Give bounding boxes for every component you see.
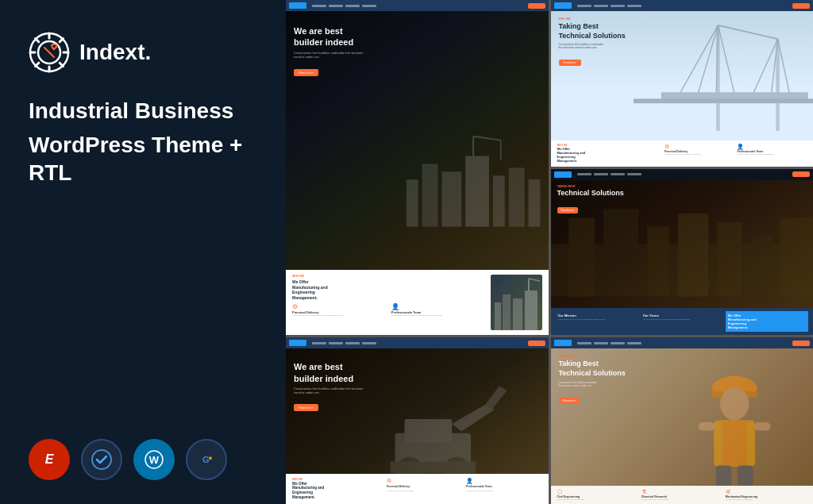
left-panel: Indext. Industrial Business WordPress Th… [0, 0, 286, 504]
svg-rect-22 [509, 167, 525, 226]
sc3-hero: WHO WE Taking BestTechnical Solutions Co… [551, 11, 814, 140]
sc1-nav-btn [528, 3, 545, 9]
screenshot-5: TAKING BEST Taking BestTechnical Solutio… [551, 337, 814, 504]
tagline-line1: Industrial Business [29, 97, 257, 125]
sc4-hero-btn[interactable]: Readmore [557, 207, 578, 214]
sc4-services: Our Mission Lorem ipsum dolor sit amet c… [551, 308, 814, 336]
screenshot-3: WHO WE Taking BestTechnical Solutions Co… [551, 0, 814, 167]
svg-rect-20 [465, 156, 489, 226]
sc2-nav-btn [528, 340, 545, 346]
sc1-hero: We are bestbuilder indeed Construction f… [286, 11, 549, 270]
sc1-nav [286, 0, 549, 11]
svg-line-6 [36, 39, 39, 42]
svg-line-9 [36, 63, 39, 66]
screenshot-4: TAKING BEST Technical Solutions Readmore… [551, 169, 814, 336]
svg-rect-17 [406, 179, 418, 226]
sc3-hero-btn[interactable]: Readmore [559, 60, 581, 66]
sc4-hero: TAKING BEST Technical Solutions Readmore [551, 180, 814, 308]
logo-icon [29, 32, 70, 73]
sc1-hero-subtitle: Construction firm builders undertake the… [294, 51, 541, 59]
sc2-hero-btn[interactable]: Readmore [294, 404, 318, 411]
svg-line-32 [529, 279, 540, 281]
svg-rect-62 [722, 420, 746, 466]
svg-rect-64 [753, 422, 770, 430]
svg-rect-57 [780, 217, 813, 296]
svg-rect-18 [422, 164, 438, 226]
svg-rect-65 [716, 465, 731, 486]
svg-rect-53 [647, 226, 669, 296]
sc3-hero-title: Taking BestTechnical Solutions [559, 22, 806, 40]
svg-rect-56 [752, 235, 771, 296]
svg-rect-30 [525, 290, 538, 330]
sc5-services: ⬡ Civil Engineering Lorem ipsum dolor co… [551, 486, 814, 504]
svg-rect-37 [391, 461, 476, 472]
elementor-icon: E [29, 439, 70, 480]
svg-rect-21 [493, 175, 505, 226]
screenshot-2: We are bestbuilder indeed Construction f… [286, 337, 549, 504]
sc1-services-img [491, 275, 542, 330]
logo-text: Indext. [79, 40, 151, 65]
sc1-services: Who We We OfferManufacturing andEngineer… [286, 270, 549, 335]
wordpress-icon: W [133, 439, 175, 480]
sc5-hero-title: Taking BestTechnical Solutions [559, 360, 806, 378]
sc1-nav-logo [289, 2, 306, 9]
svg-rect-66 [738, 465, 753, 486]
svg-rect-19 [442, 171, 462, 226]
svg-rect-27 [495, 302, 501, 330]
sc1-hero-btn[interactable]: Readmore [294, 69, 318, 76]
svg-rect-29 [513, 298, 522, 330]
svg-rect-55 [717, 222, 742, 297]
screenshots-grid: We are bestbuilder indeed Construction f… [286, 0, 813, 504]
svg-rect-51 [568, 217, 595, 296]
svg-rect-52 [603, 209, 638, 296]
svg-rect-23 [529, 179, 541, 226]
svg-rect-28 [503, 294, 511, 330]
tagline-line2: WordPress Theme + RTL [29, 131, 257, 187]
sc3-nav [551, 0, 814, 11]
sc2-nav [286, 337, 549, 348]
sc5-nav [551, 337, 814, 348]
translate-icon: G [186, 439, 227, 480]
sc1-services-title: We OfferManufacturing andEngineeringMana… [292, 279, 486, 300]
svg-rect-49 [634, 98, 813, 103]
svg-text:W: W [149, 454, 160, 466]
svg-text:G: G [202, 455, 210, 464]
logo-area: Indext. [29, 32, 257, 73]
sc5-hero-btn[interactable]: Readmore [559, 398, 580, 404]
screenshot-1: We are bestbuilder indeed Construction f… [286, 0, 549, 335]
sc4-hero-title: Technical Solutions [557, 189, 807, 198]
sc4-nav [551, 169, 814, 180]
svg-rect-54 [677, 214, 708, 297]
svg-rect-48 [661, 92, 807, 99]
sc2-services: Who We We OfferManufacturing andEngineer… [286, 474, 549, 504]
svg-line-25 [473, 137, 501, 140]
sc3-services: Who We We OfferManufacturing andEngineer… [551, 140, 814, 167]
sc4-offer-box: We OfferManufacturing andEngineeringMana… [726, 311, 808, 333]
svg-rect-63 [699, 422, 715, 430]
svg-line-8 [60, 39, 63, 42]
sc1-hero-title: We are bestbuilder indeed [294, 25, 541, 48]
svg-rect-34 [405, 419, 453, 443]
svg-point-10 [92, 450, 111, 469]
sc2-hero: We are bestbuilder indeed Construction f… [286, 348, 549, 473]
sc1-hero-content: We are bestbuilder indeed Construction f… [286, 11, 549, 83]
checkmark-icon [81, 439, 122, 480]
plugin-icons-row: E W G [29, 439, 257, 480]
svg-line-7 [60, 63, 63, 66]
sc5-hero: TAKING BEST Taking BestTechnical Solutio… [551, 348, 814, 486]
